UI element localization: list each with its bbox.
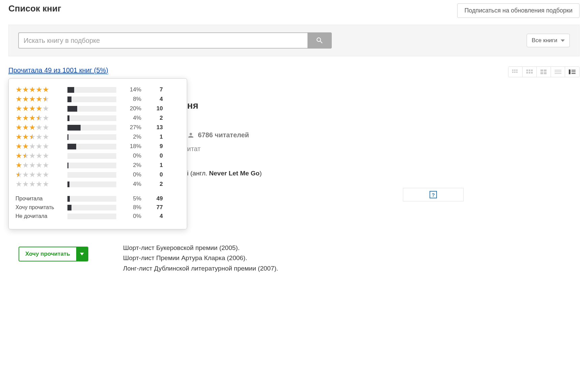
search-input[interactable] <box>18 32 307 49</box>
svg-rect-4 <box>514 72 516 73</box>
status-label: Хочу прочитать <box>16 204 63 210</box>
readers-count: 6786 читателей <box>198 131 249 139</box>
grid-small-icon <box>512 69 519 74</box>
bar <box>67 153 116 159</box>
status-label: Не дочитала <box>16 213 63 219</box>
count: 10 <box>146 105 163 112</box>
award-line: Шорт-лист Премии Артура Кларка (2006). <box>123 253 580 263</box>
percent: 18% <box>121 143 141 150</box>
count: 0 <box>146 152 163 159</box>
subscribe-button[interactable]: Подписаться на обновления подборки <box>457 3 580 18</box>
list-icon <box>555 69 561 74</box>
grid-large-icon <box>540 69 547 74</box>
rating-row[interactable]: ★★★★★4%2 <box>16 180 177 188</box>
count: 0 <box>146 171 163 178</box>
count: 13 <box>146 124 163 131</box>
bar <box>67 163 116 168</box>
view-grid-large[interactable] <box>537 67 551 77</box>
rating-row[interactable]: ★★★★★14%7 <box>16 86 177 93</box>
view-grid-med[interactable] <box>523 67 537 77</box>
rating-row[interactable]: ★★★★★2%1 <box>16 162 177 169</box>
stars-0.5: ★★★★★ <box>16 171 63 178</box>
percent: 2% <box>121 162 141 169</box>
stars-4.5: ★★★★★ <box>16 95 63 103</box>
rating-row[interactable]: ★★★★★0%0 <box>16 152 177 160</box>
bar <box>67 134 116 140</box>
percent: 8% <box>121 96 141 103</box>
percent: 0% <box>121 213 141 220</box>
page-title: Список книг <box>8 3 61 14</box>
stars-4: ★★★★★ <box>16 105 63 112</box>
svg-rect-6 <box>526 69 528 71</box>
filter-dropdown[interactable]: Все книги <box>527 34 570 47</box>
svg-rect-21 <box>571 72 576 72</box>
rating-row[interactable]: ★★★★★8%4 <box>16 95 177 103</box>
view-grid-small[interactable] <box>508 67 523 77</box>
bar <box>67 214 116 219</box>
svg-rect-12 <box>540 69 543 72</box>
count: 77 <box>146 204 163 211</box>
svg-rect-20 <box>571 70 576 71</box>
stars-3: ★★★★★ <box>16 124 63 131</box>
want-to-read-button[interactable]: Хочу прочитать <box>19 247 76 261</box>
rating-row[interactable]: ★★★★★27%13 <box>16 124 177 131</box>
svg-rect-3 <box>512 72 513 73</box>
count: 2 <box>146 115 163 121</box>
search-toolbar: Все книги <box>8 25 580 56</box>
rating-breakdown-popup: ★★★★★14%7★★★★★8%4★★★★★20%10★★★★★4%2★★★★★… <box>8 78 187 229</box>
status-row[interactable]: Хочу прочитать8%77 <box>16 204 177 211</box>
svg-rect-0 <box>512 69 513 71</box>
view-list[interactable] <box>551 67 565 77</box>
user-icon <box>187 132 195 139</box>
svg-rect-17 <box>555 72 561 72</box>
bar <box>67 115 116 121</box>
count: 4 <box>146 213 163 220</box>
awards-list: Шорт-лист Букеровской премии (2005).Шорт… <box>123 243 580 274</box>
svg-rect-14 <box>540 72 543 74</box>
svg-rect-13 <box>544 69 547 72</box>
svg-rect-1 <box>514 69 516 71</box>
quotes-fragment: итат <box>187 145 464 153</box>
stars-0: ★★★★★ <box>16 180 63 188</box>
percent: 4% <box>121 115 141 121</box>
status-row[interactable]: Прочитала5%49 <box>16 195 177 202</box>
rating-row[interactable]: ★★★★★2%1 <box>16 133 177 141</box>
svg-rect-2 <box>516 69 518 71</box>
stars-1: ★★★★★ <box>16 162 63 169</box>
rating-row[interactable]: ★★★★★4%2 <box>16 114 177 122</box>
award-line: Лонг-лист Дублинской литературной премии… <box>123 263 580 274</box>
image-placeholder-icon: ? <box>430 191 437 198</box>
percent: 14% <box>121 86 141 93</box>
original-title: і (англ. Never Let Me Go) <box>187 170 464 177</box>
count: 1 <box>146 134 163 140</box>
svg-rect-15 <box>544 72 547 74</box>
stars-5: ★★★★★ <box>16 86 63 93</box>
percent: 8% <box>121 204 141 211</box>
bar <box>67 125 116 131</box>
stars-2.5: ★★★★★ <box>16 133 63 141</box>
count: 7 <box>146 86 163 93</box>
percent: 4% <box>121 181 141 188</box>
svg-rect-11 <box>531 72 533 74</box>
want-to-read-dropdown[interactable] <box>76 247 88 261</box>
count: 49 <box>146 195 163 202</box>
view-switch <box>508 66 580 77</box>
percent: 5% <box>121 195 141 202</box>
rating-row[interactable]: ★★★★★18%9 <box>16 143 177 150</box>
search-button[interactable] <box>307 32 332 49</box>
rating-row[interactable]: ★★★★★0%0 <box>16 171 177 178</box>
grid-med-icon <box>526 69 533 74</box>
triangle-down-icon <box>80 253 84 255</box>
bar <box>67 205 116 210</box>
rating-row[interactable]: ★★★★★20%10 <box>16 105 177 112</box>
cover-thumbnail[interactable]: ? <box>403 188 464 201</box>
bar <box>67 106 116 112</box>
progress-link[interactable]: Прочитала 49 из 1001 книг (5%) <box>8 66 108 75</box>
status-row[interactable]: Не дочитала0%4 <box>16 213 177 220</box>
filter-label: Все книги <box>532 37 557 44</box>
view-detail[interactable] <box>565 67 579 77</box>
percent: 20% <box>121 105 141 112</box>
chevron-down-icon <box>561 39 565 42</box>
book-title-fragment: ня <box>187 100 464 111</box>
count: 1 <box>146 162 163 169</box>
